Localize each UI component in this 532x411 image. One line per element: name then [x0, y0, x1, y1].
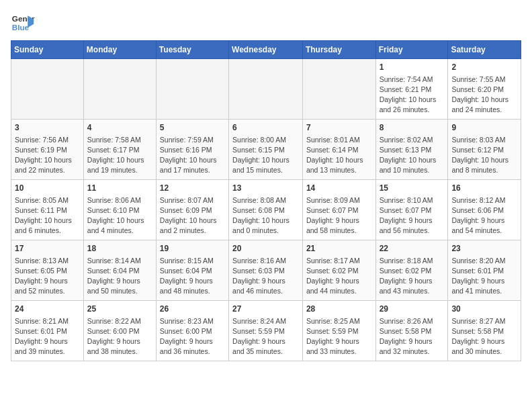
- day-number: 9: [451, 122, 517, 134]
- day-info: Sunrise: 8:03 AM Sunset: 6:12 PM Dayligh…: [451, 135, 517, 176]
- day-info: Sunrise: 8:12 AM Sunset: 6:06 PM Dayligh…: [451, 195, 517, 236]
- day-info: Sunrise: 8:24 AM Sunset: 5:59 PM Dayligh…: [232, 316, 299, 357]
- day-info: Sunrise: 8:16 AM Sunset: 6:03 PM Dayligh…: [232, 256, 299, 297]
- day-info: Sunrise: 8:20 AM Sunset: 6:01 PM Dayligh…: [451, 256, 517, 297]
- calendar-cell: [156, 59, 228, 120]
- calendar-cell: 28Sunrise: 8:25 AM Sunset: 5:59 PM Dayli…: [302, 301, 375, 361]
- day-info: Sunrise: 8:23 AM Sunset: 6:00 PM Dayligh…: [160, 316, 225, 357]
- calendar-cell: [229, 59, 303, 120]
- calendar-cell: 10Sunrise: 8:05 AM Sunset: 6:11 PM Dayli…: [11, 180, 84, 240]
- day-number: 25: [87, 304, 152, 315]
- day-info: Sunrise: 8:05 AM Sunset: 6:11 PM Dayligh…: [15, 195, 80, 236]
- day-number: 19: [160, 243, 225, 255]
- day-number: 11: [87, 183, 152, 194]
- calendar-cell: 19Sunrise: 8:15 AM Sunset: 6:04 PM Dayli…: [156, 240, 228, 301]
- day-number: 14: [306, 183, 372, 194]
- logo: General Blue: [11, 11, 35, 35]
- calendar-cell: 27Sunrise: 8:24 AM Sunset: 5:59 PM Dayli…: [229, 301, 303, 361]
- weekday-header-friday: Friday: [375, 41, 448, 59]
- day-info: Sunrise: 8:15 AM Sunset: 6:04 PM Dayligh…: [160, 256, 225, 297]
- calendar-week-5: 24Sunrise: 8:21 AM Sunset: 6:01 PM Dayli…: [11, 301, 521, 361]
- calendar-cell: [11, 59, 84, 120]
- day-number: 12: [160, 183, 225, 194]
- day-number: 20: [232, 243, 299, 255]
- calendar-cell: 21Sunrise: 8:17 AM Sunset: 6:02 PM Dayli…: [302, 240, 375, 301]
- day-info: Sunrise: 8:14 AM Sunset: 6:04 PM Dayligh…: [87, 256, 152, 297]
- day-number: 29: [380, 304, 445, 315]
- calendar-week-1: 1Sunrise: 7:54 AM Sunset: 6:21 PM Daylig…: [11, 59, 521, 120]
- day-info: Sunrise: 8:08 AM Sunset: 6:08 PM Dayligh…: [232, 195, 299, 236]
- calendar-cell: [302, 59, 375, 120]
- calendar-cell: 14Sunrise: 8:09 AM Sunset: 6:07 PM Dayli…: [302, 180, 375, 240]
- day-number: 1: [380, 62, 445, 73]
- day-number: 21: [306, 243, 372, 255]
- day-number: 28: [306, 304, 372, 315]
- weekday-header-thursday: Thursday: [302, 41, 375, 59]
- day-info: Sunrise: 8:21 AM Sunset: 6:01 PM Dayligh…: [15, 316, 80, 357]
- day-number: 23: [451, 243, 517, 255]
- day-info: Sunrise: 8:02 AM Sunset: 6:13 PM Dayligh…: [380, 135, 445, 176]
- day-info: Sunrise: 7:56 AM Sunset: 6:19 PM Dayligh…: [15, 135, 80, 176]
- logo-icon: General Blue: [11, 11, 35, 35]
- day-info: Sunrise: 8:26 AM Sunset: 5:58 PM Dayligh…: [380, 316, 445, 357]
- day-number: 15: [380, 183, 445, 194]
- header: General Blue: [11, 11, 521, 35]
- calendar-cell: 18Sunrise: 8:14 AM Sunset: 6:04 PM Dayli…: [83, 240, 156, 301]
- calendar-cell: 1Sunrise: 7:54 AM Sunset: 6:21 PM Daylig…: [375, 59, 448, 120]
- day-info: Sunrise: 7:59 AM Sunset: 6:16 PM Dayligh…: [160, 135, 225, 176]
- calendar-cell: 12Sunrise: 8:07 AM Sunset: 6:09 PM Dayli…: [156, 180, 228, 240]
- day-info: Sunrise: 7:58 AM Sunset: 6:17 PM Dayligh…: [87, 135, 152, 176]
- calendar-week-4: 17Sunrise: 8:13 AM Sunset: 6:05 PM Dayli…: [11, 240, 521, 301]
- day-info: Sunrise: 7:55 AM Sunset: 6:20 PM Dayligh…: [451, 75, 517, 116]
- day-number: 4: [87, 122, 152, 134]
- day-info: Sunrise: 8:01 AM Sunset: 6:14 PM Dayligh…: [306, 135, 372, 176]
- calendar-cell: 5Sunrise: 7:59 AM Sunset: 6:16 PM Daylig…: [156, 120, 228, 180]
- calendar-week-3: 10Sunrise: 8:05 AM Sunset: 6:11 PM Dayli…: [11, 180, 521, 240]
- day-number: 7: [306, 122, 372, 134]
- day-number: 2: [451, 62, 517, 73]
- day-info: Sunrise: 8:06 AM Sunset: 6:10 PM Dayligh…: [87, 195, 152, 236]
- day-number: 17: [15, 243, 80, 255]
- day-info: Sunrise: 8:10 AM Sunset: 6:07 PM Dayligh…: [380, 195, 445, 236]
- calendar-cell: 8Sunrise: 8:02 AM Sunset: 6:13 PM Daylig…: [375, 120, 448, 180]
- calendar-cell: 4Sunrise: 7:58 AM Sunset: 6:17 PM Daylig…: [83, 120, 156, 180]
- calendar-cell: 7Sunrise: 8:01 AM Sunset: 6:14 PM Daylig…: [302, 120, 375, 180]
- day-number: 26: [160, 304, 225, 315]
- calendar-cell: 20Sunrise: 8:16 AM Sunset: 6:03 PM Dayli…: [229, 240, 303, 301]
- day-number: 8: [380, 122, 445, 134]
- day-number: 30: [451, 304, 517, 315]
- day-number: 10: [15, 183, 80, 194]
- weekday-header-monday: Monday: [83, 41, 156, 59]
- calendar-cell: 6Sunrise: 8:00 AM Sunset: 6:15 PM Daylig…: [229, 120, 303, 180]
- day-info: Sunrise: 7:54 AM Sunset: 6:21 PM Dayligh…: [380, 75, 445, 116]
- day-info: Sunrise: 8:13 AM Sunset: 6:05 PM Dayligh…: [15, 256, 80, 297]
- calendar-cell: 13Sunrise: 8:08 AM Sunset: 6:08 PM Dayli…: [229, 180, 303, 240]
- day-info: Sunrise: 8:22 AM Sunset: 6:00 PM Dayligh…: [87, 316, 152, 357]
- calendar-cell: 29Sunrise: 8:26 AM Sunset: 5:58 PM Dayli…: [375, 301, 448, 361]
- calendar-cell: 15Sunrise: 8:10 AM Sunset: 6:07 PM Dayli…: [375, 180, 448, 240]
- calendar-cell: 17Sunrise: 8:13 AM Sunset: 6:05 PM Dayli…: [11, 240, 84, 301]
- day-info: Sunrise: 8:09 AM Sunset: 6:07 PM Dayligh…: [306, 195, 372, 236]
- calendar-cell: 3Sunrise: 7:56 AM Sunset: 6:19 PM Daylig…: [11, 120, 84, 180]
- day-info: Sunrise: 8:18 AM Sunset: 6:02 PM Dayligh…: [380, 256, 445, 297]
- day-number: 16: [451, 183, 517, 194]
- weekday-header-saturday: Saturday: [448, 41, 521, 59]
- weekday-header-wednesday: Wednesday: [229, 41, 303, 59]
- day-number: 18: [87, 243, 152, 255]
- weekday-header-row: SundayMondayTuesdayWednesdayThursdayFrid…: [11, 41, 521, 59]
- day-info: Sunrise: 8:07 AM Sunset: 6:09 PM Dayligh…: [160, 195, 225, 236]
- calendar-week-2: 3Sunrise: 7:56 AM Sunset: 6:19 PM Daylig…: [11, 120, 521, 180]
- calendar-cell: 25Sunrise: 8:22 AM Sunset: 6:00 PM Dayli…: [83, 301, 156, 361]
- day-info: Sunrise: 8:25 AM Sunset: 5:59 PM Dayligh…: [306, 316, 372, 357]
- weekday-header-sunday: Sunday: [11, 41, 84, 59]
- day-number: 5: [160, 122, 225, 134]
- calendar-cell: 22Sunrise: 8:18 AM Sunset: 6:02 PM Dayli…: [375, 240, 448, 301]
- calendar-cell: 16Sunrise: 8:12 AM Sunset: 6:06 PM Dayli…: [448, 180, 521, 240]
- day-number: 6: [232, 122, 299, 134]
- calendar-cell: [83, 59, 156, 120]
- calendar-table: SundayMondayTuesdayWednesdayThursdayFrid…: [11, 40, 521, 361]
- day-number: 22: [380, 243, 445, 255]
- calendar-cell: 24Sunrise: 8:21 AM Sunset: 6:01 PM Dayli…: [11, 301, 84, 361]
- day-number: 24: [15, 304, 80, 315]
- day-info: Sunrise: 8:17 AM Sunset: 6:02 PM Dayligh…: [306, 256, 372, 297]
